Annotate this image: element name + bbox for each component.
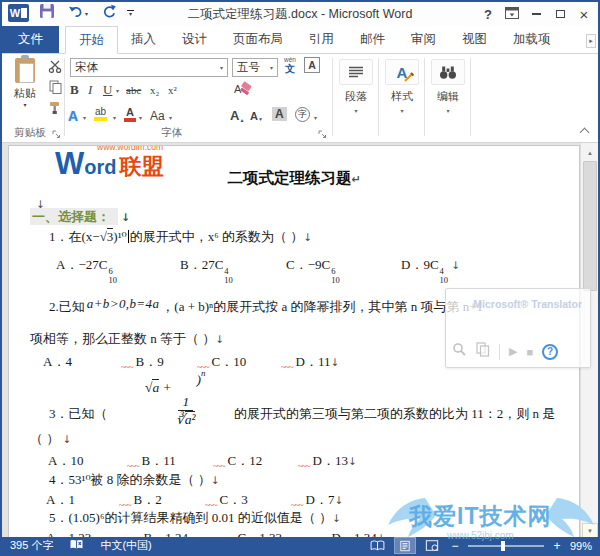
spellcheck-squiggle — [127, 461, 139, 471]
ribbon-display-options-button[interactable] — [500, 3, 524, 25]
italic-button[interactable]: I — [88, 82, 92, 98]
clipboard-dialog-launcher[interactable] — [52, 129, 62, 139]
translator-popup[interactable]: Microsoft® Translator ▶ ■ ? — [445, 288, 591, 368]
enclose-dropdown-arrow[interactable]: ▾ — [313, 114, 317, 121]
save-button[interactable] — [38, 4, 56, 22]
highlight-color-button[interactable]: ab — [94, 106, 107, 121]
print-layout-button[interactable] — [395, 538, 415, 553]
cut-button[interactable] — [46, 59, 64, 75]
scissors-icon — [48, 60, 63, 75]
paragraph-group-button[interactable]: 段落 ▾ — [336, 57, 376, 137]
superscript-button[interactable]: x² — [168, 84, 177, 96]
scrollbar-thumb[interactable] — [583, 161, 597, 291]
paragraph-icon — [339, 59, 373, 85]
underline-button[interactable]: U — [103, 82, 112, 98]
font-name-dropdown-arrow[interactable]: ▾ — [220, 64, 223, 71]
character-border-button[interactable]: A — [304, 57, 320, 73]
font-size-dropdown-arrow[interactable]: ▾ — [270, 64, 273, 71]
play-button[interactable]: ▶ — [509, 345, 517, 358]
copy-icon — [49, 80, 62, 96]
language-button[interactable]: 中文(中国) — [100, 538, 151, 553]
question-1-stem: 1．在(x−√3)¹⁰的展开式中，x⁶ 的系数为（ ）↓ — [49, 228, 312, 246]
tab-view[interactable]: 视图 — [449, 26, 500, 53]
tab-review[interactable]: 审阅 — [398, 26, 449, 53]
search-icon[interactable] — [452, 342, 467, 361]
stop-button[interactable]: ■ — [526, 346, 533, 358]
spellcheck-squiggle — [213, 461, 225, 471]
tab-page-layout[interactable]: 页面布局 — [220, 26, 296, 53]
clear-formatting-button[interactable]: A — [234, 80, 252, 98]
styles-group-button[interactable]: A 样式 ▾ — [382, 57, 422, 137]
subscript-button[interactable]: x₂ — [150, 84, 159, 96]
tab-addins[interactable]: 加载项 — [500, 26, 564, 53]
tab-home[interactable]: 开始 — [65, 26, 118, 54]
read-mode-button[interactable] — [368, 538, 388, 553]
paragraph-dropdown-arrow: ▾ — [336, 107, 376, 114]
word-count[interactable]: 395 个字 — [10, 538, 53, 553]
zoom-slider[interactable] — [468, 545, 544, 547]
strikethrough-button[interactable]: abc — [126, 84, 141, 96]
font-color-button[interactable]: A — [124, 106, 136, 122]
minimize-button[interactable] — [524, 3, 548, 25]
clipboard-group-label: 剪贴板 — [4, 126, 56, 140]
grow-font-button[interactable]: A▲ — [230, 108, 244, 123]
web-layout-button[interactable] — [422, 538, 442, 553]
font-color-icon-text: A — [126, 106, 134, 118]
minimize-icon — [532, 13, 541, 15]
underline-dropdown-arrow[interactable]: ▾ — [115, 87, 119, 94]
zoom-slider-thumb[interactable] — [501, 541, 505, 551]
redo-button[interactable] — [100, 4, 118, 22]
text-effects-dropdown-arrow[interactable]: ▾ — [82, 114, 86, 121]
bold-button[interactable]: B — [70, 82, 79, 98]
maximize-button[interactable] — [548, 3, 572, 25]
quick-access-toolbar: W ▾ ▾ — [8, 4, 134, 22]
redo-icon — [102, 4, 116, 22]
editing-group-button[interactable]: 编辑 ▾ — [428, 57, 468, 137]
proofing-errors-button[interactable] — [69, 539, 84, 553]
phonetic-guide-button[interactable]: wén 文 — [284, 57, 296, 74]
copy-icon[interactable] — [476, 342, 490, 361]
character-shading-button[interactable]: A — [272, 107, 287, 121]
format-painter-icon — [48, 101, 62, 117]
help-button[interactable]: ? — [542, 344, 558, 360]
qat-dropdown-arrow: ▾ — [129, 13, 132, 16]
tab-insert[interactable]: 插入 — [118, 26, 169, 53]
customize-qat-button[interactable]: ▾ — [127, 10, 134, 16]
font-dialog-launcher[interactable] — [318, 129, 328, 139]
font-name-value: 宋体 — [75, 60, 98, 75]
text-effects-button[interactable]: A — [68, 108, 78, 124]
font-name-combobox[interactable]: 宋体 ▾ — [70, 58, 228, 77]
highlight-dropdown-arrow[interactable]: ▾ — [112, 114, 116, 121]
question-5-stem: 5．(1.05)⁶的计算结果精确到 0.01 的近似值是（ ）↓ — [49, 509, 341, 527]
paste-button[interactable]: 粘贴 ▾ — [7, 58, 43, 124]
tab-overflow-button[interactable]: ▸ — [586, 34, 596, 48]
tab-design[interactable]: 设计 — [169, 26, 220, 53]
paragraph-group-label: 段落 — [336, 89, 376, 104]
tab-file[interactable]: 文件 — [2, 26, 59, 53]
zoom-level[interactable]: 99% — [570, 540, 592, 552]
shrink-font-button[interactable]: A▼ — [250, 110, 263, 122]
change-case-button[interactable]: Aa — [150, 109, 165, 123]
tab-mailings[interactable]: 邮件 — [347, 26, 398, 53]
enclose-characters-button[interactable]: 字 — [295, 107, 310, 122]
scroll-up-button[interactable]: ▲ — [582, 145, 598, 160]
undo-icon — [68, 4, 84, 22]
help-button[interactable]: ? — [476, 3, 500, 25]
undo-button[interactable]: ▾ — [65, 4, 91, 22]
zoom-in-button[interactable]: + — [551, 539, 563, 553]
paste-dropdown-arrow[interactable]: ▾ — [7, 101, 43, 108]
scroll-down-button[interactable]: ▼ — [582, 523, 598, 538]
spellcheck-squiggle — [281, 362, 293, 372]
zoom-out-button[interactable]: − — [449, 539, 461, 553]
word-app-icon[interactable]: W — [8, 4, 29, 22]
format-painter-button[interactable] — [46, 101, 64, 117]
change-case-dropdown-arrow[interactable]: ▾ — [168, 114, 172, 121]
close-button[interactable]: × — [572, 3, 596, 25]
collapse-ribbon-button[interactable] — [580, 128, 590, 138]
font-size-combobox[interactable]: 五号 ▾ — [232, 58, 278, 77]
font-color-dropdown-arrow[interactable]: ▾ — [138, 114, 142, 121]
option-3d: D．13↓ — [298, 452, 357, 471]
copy-button[interactable] — [46, 80, 64, 96]
undo-dropdown-arrow[interactable]: ▾ — [85, 10, 88, 17]
tab-references[interactable]: 引用 — [296, 26, 347, 53]
